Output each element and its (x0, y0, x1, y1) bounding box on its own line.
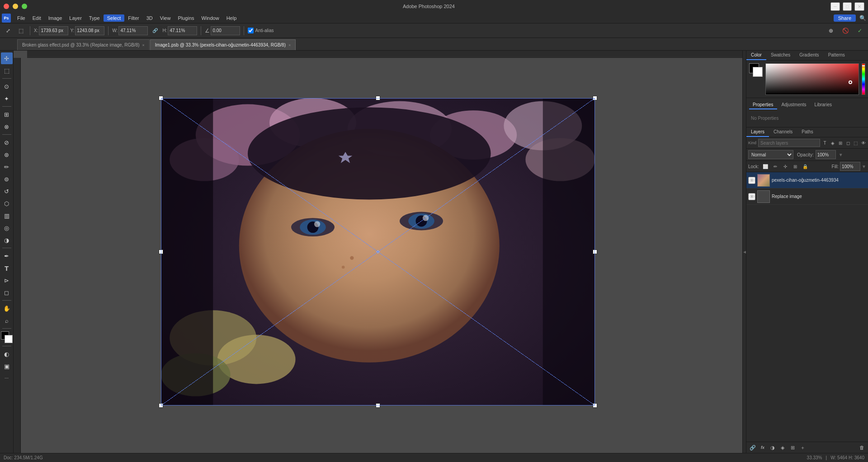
gradient-tool[interactable]: ▥ (1, 210, 13, 222)
layer-1-visibility[interactable]: 👁 (748, 177, 755, 184)
maximize-button[interactable] (22, 4, 27, 9)
lasso-tool[interactable]: ⊙ (1, 80, 13, 92)
angle-input[interactable] (211, 26, 240, 35)
transform-center[interactable] (376, 250, 380, 254)
share-button[interactable]: Share (834, 14, 856, 22)
hand-tool[interactable]: ✋ (1, 302, 13, 314)
menu-filter[interactable]: Filter (124, 14, 142, 22)
transform-handle-tm[interactable] (376, 96, 380, 100)
layer-adjustment-btn[interactable]: ◈ (778, 443, 787, 452)
clone-stamp-tool[interactable]: ⊚ (1, 173, 13, 185)
anti-alias-label[interactable]: Anti-alias (248, 28, 274, 33)
dodge-tool[interactable]: ◑ (1, 234, 13, 246)
width-input[interactable] (118, 26, 148, 35)
height-input[interactable] (168, 26, 197, 35)
layers-filter-smart[interactable]: ⊞ (837, 139, 843, 147)
transform-handle-br[interactable] (593, 403, 597, 408)
lock-position-btn[interactable]: ✢ (782, 163, 789, 170)
layer-item-1[interactable]: 👁 pexels-cihan-oğuzmetin-4463934 (746, 172, 868, 189)
transform-option[interactable]: ⬚ (15, 26, 26, 36)
gradients-tab[interactable]: Gradients (795, 51, 823, 60)
transform-handle-tl[interactable] (159, 96, 163, 100)
lock-transparent-btn[interactable]: ⬜ (762, 163, 769, 170)
path-select-tool[interactable]: ⊳ (1, 274, 13, 286)
layer-item-2[interactable]: 👁 Replace image (746, 189, 868, 205)
layers-filter-adjust[interactable]: ◈ (830, 139, 835, 147)
layers-filter-visible[interactable]: 👁 (860, 139, 866, 147)
fill-input[interactable] (840, 162, 860, 171)
color-tab[interactable]: Color (746, 51, 766, 60)
brush-tool[interactable]: ✏ (1, 161, 13, 173)
history-brush-tool[interactable]: ↺ (1, 185, 13, 197)
swatches-tab[interactable]: Swatches (766, 51, 795, 60)
pen-tool[interactable]: ✒ (1, 250, 13, 262)
layer-mask-btn[interactable]: ◑ (768, 443, 777, 452)
background-swatch[interactable] (753, 67, 763, 77)
color-gradient-picker[interactable] (765, 63, 859, 95)
menu-plugins[interactable]: Plugins (174, 14, 198, 22)
blend-mode-select[interactable]: Normal Multiply Screen Overlay Soft Ligh… (748, 150, 793, 159)
layers-filter-type[interactable]: T (822, 139, 828, 147)
layer-fx-btn[interactable]: fx (758, 443, 767, 452)
canvas-image[interactable] (161, 98, 595, 405)
search-icon[interactable]: 🔍 (859, 15, 866, 21)
minimize-button[interactable] (13, 4, 18, 9)
lock-image-btn[interactable]: ✏ (772, 163, 779, 170)
menu-window[interactable]: Window (198, 14, 223, 22)
confirm-transform-btn[interactable]: ✓ (854, 26, 865, 36)
transform-handle-bl[interactable] (159, 403, 163, 408)
transform-handle-tr[interactable] (593, 96, 597, 100)
panel-collapse-toggle[interactable]: ◀ (742, 51, 746, 453)
menu-file[interactable]: File (14, 14, 29, 22)
layers-filter-pixel[interactable]: ⬚ (853, 139, 859, 147)
menu-type[interactable]: Type (85, 14, 104, 22)
constrain-proportions-icon[interactable]: 🔗 (150, 26, 160, 36)
tab-2-close[interactable]: × (288, 43, 291, 47)
libraries-tab[interactable]: Libraries (811, 101, 835, 109)
layer-new-btn[interactable]: ＋ (798, 443, 807, 452)
win-minimize[interactable]: ─ (830, 2, 840, 11)
layers-search-input[interactable] (758, 139, 820, 147)
y-input[interactable] (75, 26, 104, 35)
move-tool[interactable]: ✢ (1, 52, 13, 64)
menu-help[interactable]: Help (223, 14, 241, 22)
menu-edit[interactable]: Edit (29, 14, 45, 22)
tab-1-close[interactable]: × (142, 43, 145, 47)
layers-filter-shape[interactable]: ◻ (845, 139, 851, 147)
warp-transform-icon[interactable]: ⊕ (826, 26, 836, 36)
anti-alias-checkbox[interactable] (248, 28, 254, 33)
win-close[interactable]: ✕ (854, 2, 864, 11)
selection-tool[interactable]: ⬚ (1, 65, 13, 76)
heal-tool[interactable]: ⊛ (1, 149, 13, 160)
screen-mode-tool[interactable]: ▣ (1, 360, 13, 372)
menu-3d[interactable]: 3D (143, 14, 156, 22)
channels-tab[interactable]: Channels (769, 127, 797, 137)
x-input[interactable] (39, 26, 68, 35)
opacity-input[interactable] (816, 150, 836, 159)
menu-layer[interactable]: Layer (66, 14, 85, 22)
patterns-tab[interactable]: Patterns (824, 51, 849, 60)
menu-image[interactable]: Image (45, 14, 66, 22)
menu-select[interactable]: Select (104, 14, 125, 22)
paths-tab[interactable]: Paths (797, 127, 818, 137)
layer-link-btn[interactable]: 🔗 (748, 443, 757, 452)
eraser-tool[interactable]: ⬡ (1, 198, 13, 209)
tab-1[interactable]: Broken glass effect.psd @ 33.3% (Replace… (17, 39, 150, 50)
win-restore[interactable]: □ (843, 2, 852, 11)
quick-mask-tool[interactable]: ◐ (1, 348, 13, 360)
eyedropper-tool[interactable]: ⊘ (1, 137, 13, 148)
shape-tool[interactable]: ◻ (1, 287, 13, 298)
layer-group-btn[interactable]: ⊞ (788, 443, 797, 452)
zoom-tool[interactable]: ⌕ (1, 315, 13, 326)
lock-artboard-btn[interactable]: ⊞ (792, 163, 799, 170)
more-tools[interactable]: ⋯ (1, 372, 13, 384)
crop-tool[interactable]: ⊞ (1, 108, 13, 120)
slice-tool[interactable]: ⊗ (1, 121, 13, 132)
layers-tab[interactable]: Layers (746, 127, 769, 137)
background-color[interactable] (5, 335, 13, 343)
canvas-area[interactable] (14, 51, 742, 453)
transform-handle-mr[interactable] (593, 250, 597, 254)
hue-slider[interactable] (862, 63, 865, 95)
lock-all-btn[interactable]: 🔒 (802, 163, 809, 170)
adjustments-tab[interactable]: Adjustments (778, 101, 810, 109)
